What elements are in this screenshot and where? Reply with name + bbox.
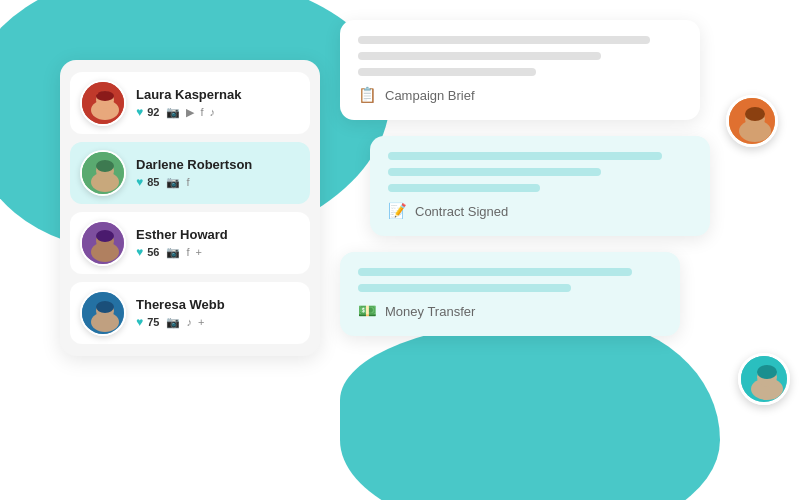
card-line <box>388 184 540 192</box>
money-transfer-icon: 💵 <box>358 302 377 320</box>
contract-signed-label: Contract Signed <box>415 204 508 219</box>
avatar <box>80 290 126 336</box>
influencer-name: Esther Howard <box>136 227 300 242</box>
heart-icon: ♥ <box>136 105 143 119</box>
campaign-brief-icon: 📋 <box>358 86 377 104</box>
influencer-stats: ♥ 92 📷 ▶ f ♪ <box>136 105 300 119</box>
heart-icon: ♥ <box>136 175 143 189</box>
tiktok-icon: ♪ <box>209 106 215 118</box>
avatar <box>80 220 126 266</box>
stat-num: 85 <box>147 176 159 188</box>
more-icon: + <box>198 316 204 328</box>
instagram-icon: 📷 <box>166 246 180 259</box>
card-line <box>388 152 662 160</box>
instagram-icon: 📷 <box>166 106 180 119</box>
card-label-row: 💵 Money Transfer <box>358 302 662 320</box>
instagram-icon: 📷 <box>166 176 180 189</box>
campaign-brief-label: Campaign Brief <box>385 88 475 103</box>
avatar <box>80 80 126 126</box>
svg-point-12 <box>96 230 114 242</box>
svg-point-16 <box>96 301 114 313</box>
heart-icon: ♥ <box>136 245 143 259</box>
influencer-row[interactable]: Esther Howard ♥ 56 📷 f + <box>70 212 310 274</box>
facebook-icon: f <box>200 106 203 118</box>
money-transfer-card: 💵 Money Transfer <box>340 252 680 336</box>
influencer-info: Laura Kaspernak ♥ 92 📷 ▶ f ♪ <box>136 87 300 119</box>
stat-num: 75 <box>147 316 159 328</box>
svg-point-24 <box>757 365 777 379</box>
money-transfer-label: Money Transfer <box>385 304 475 319</box>
cards-area: 📋 Campaign Brief 📝 Contract Signed 💵 Mon… <box>340 20 740 352</box>
avatar <box>80 150 126 196</box>
influencer-name: Darlene Robertson <box>136 157 300 172</box>
influencer-row[interactable]: Theresa Webb ♥ 75 📷 ♪ + <box>70 282 310 344</box>
influencer-info: Darlene Robertson ♥ 85 📷 f <box>136 157 300 189</box>
youtube-icon: ▶ <box>186 106 194 119</box>
influencer-row[interactable]: Darlene Robertson ♥ 85 📷 f <box>70 142 310 204</box>
card-line <box>358 36 650 44</box>
card-line <box>358 284 571 292</box>
card-label-row: 📝 Contract Signed <box>388 202 692 220</box>
influencer-name: Laura Kaspernak <box>136 87 300 102</box>
stat-num: 56 <box>147 246 159 258</box>
card-line <box>388 168 601 176</box>
card-label-row: 📋 Campaign Brief <box>358 86 682 104</box>
card-line <box>358 268 632 276</box>
facebook-icon: f <box>186 176 189 188</box>
influencer-row[interactable]: Laura Kaspernak ♥ 92 📷 ▶ f ♪ <box>70 72 310 134</box>
svg-point-3 <box>96 91 114 101</box>
float-avatar-2 <box>738 353 790 405</box>
float-avatar-1 <box>726 95 778 147</box>
influencer-info: Theresa Webb ♥ 75 📷 ♪ + <box>136 297 300 329</box>
instagram-icon: 📷 <box>166 316 180 329</box>
card-line <box>358 68 536 76</box>
scene: Laura Kaspernak ♥ 92 📷 ▶ f ♪ <box>0 0 800 500</box>
facebook-icon: f <box>186 246 189 258</box>
influencer-stats: ♥ 75 📷 ♪ + <box>136 315 300 329</box>
influencer-stats: ♥ 85 📷 f <box>136 175 300 189</box>
influencer-panel: Laura Kaspernak ♥ 92 📷 ▶ f ♪ <box>60 60 320 356</box>
contract-signed-icon: 📝 <box>388 202 407 220</box>
card-line <box>358 52 601 60</box>
influencer-info: Esther Howard ♥ 56 📷 f + <box>136 227 300 259</box>
more-icon: + <box>195 246 201 258</box>
heart-icon: ♥ <box>136 315 143 329</box>
campaign-brief-card: 📋 Campaign Brief <box>340 20 700 120</box>
svg-point-20 <box>745 107 765 121</box>
stat-num: 92 <box>147 106 159 118</box>
influencer-stats: ♥ 56 📷 f + <box>136 245 300 259</box>
tiktok-icon: ♪ <box>186 316 192 328</box>
svg-point-8 <box>96 160 114 172</box>
contract-signed-card: 📝 Contract Signed <box>370 136 710 236</box>
influencer-name: Theresa Webb <box>136 297 300 312</box>
